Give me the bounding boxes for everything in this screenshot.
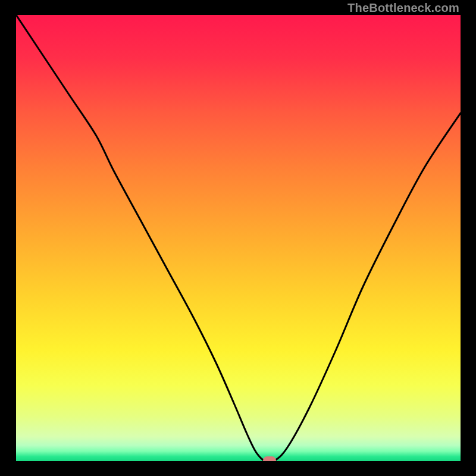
watermark-label: TheBottleneck.com xyxy=(347,1,459,15)
plot-area xyxy=(16,15,461,461)
chart-svg xyxy=(16,15,461,461)
gradient-background xyxy=(16,15,461,461)
chart-frame: TheBottleneck.com xyxy=(0,0,476,476)
optimal-marker xyxy=(263,456,276,461)
